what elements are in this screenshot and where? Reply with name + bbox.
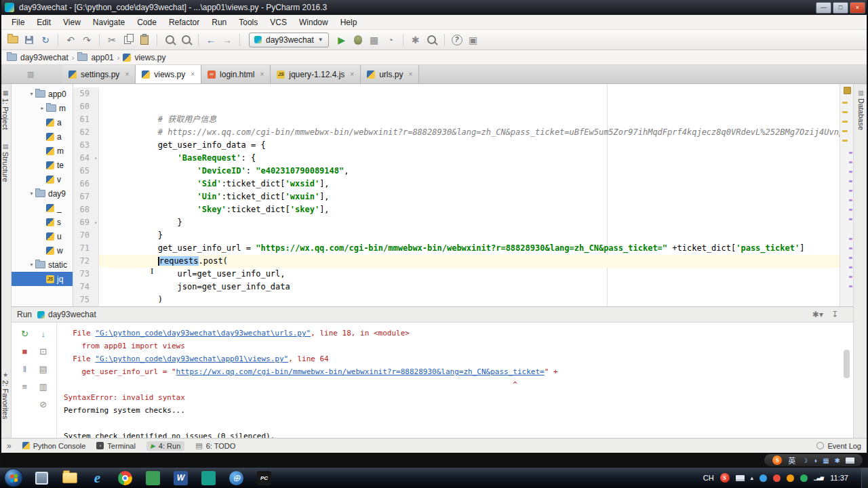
stripe-mark[interactable]	[842, 140, 848, 142]
code-line-67[interactable]: 67 'Uin':ticket_dict['wxuin'],	[73, 190, 840, 203]
hide-panel-icon[interactable]: ↧	[831, 310, 838, 319]
taskbar-app-app-green[interactable]	[145, 470, 161, 486]
code-line-75[interactable]: 75 )	[73, 293, 840, 306]
sogou-tray-icon[interactable]: S	[720, 473, 730, 483]
tab-close-icon[interactable]: ×	[409, 70, 413, 78]
project-panel[interactable]: ▾app0▸maamtev▾day9_suw▾staticJSjq	[12, 84, 73, 306]
code-editor[interactable]: 596061 # 获取用户信息62 # https://wx.qq.com/cg…	[73, 84, 840, 306]
star-icon[interactable]: ✱	[835, 457, 840, 464]
code-line-71[interactable]: 71 get_user_info_url = "https://wx.qq.co…	[73, 242, 840, 255]
tab-close-icon[interactable]: ×	[125, 70, 129, 78]
input-mode-label[interactable]: 英	[788, 455, 795, 466]
code-line-60[interactable]: 60	[73, 100, 840, 113]
gear-icon[interactable]: ✱▾	[812, 310, 823, 319]
code-line-73[interactable]: 73 url=get_user_info_url,	[73, 268, 840, 281]
taskbar-app-utility[interactable]	[34, 470, 50, 486]
arrow-tray-icon[interactable]: ▴	[751, 474, 754, 481]
tab-close-icon[interactable]: ×	[191, 70, 195, 78]
breadcrumb-views.py[interactable]: views.py	[123, 53, 165, 62]
tool-window-button-Python Console[interactable]: Python Console	[22, 442, 86, 450]
stop-button[interactable]: ■	[19, 346, 30, 357]
code-line-62[interactable]: 62 # https://wx.qq.com/cgi-bin/mmwebwx-b…	[73, 126, 840, 139]
stripe-mark[interactable]	[842, 111, 848, 113]
menu-window[interactable]: Window	[293, 16, 334, 28]
coverage-icon[interactable]: ▦	[367, 33, 382, 47]
code-line-68[interactable]: 68 'Skey':ticket_dict['skey'],	[73, 203, 840, 216]
tree-item-app0[interactable]: ▾app0	[12, 87, 73, 101]
taskbar-app-app-teal[interactable]	[201, 470, 216, 486]
show-desktop-button[interactable]	[861, 468, 868, 488]
stripe-mark[interactable]	[849, 152, 852, 154]
tool-stripe-2: Favorites[interactable]: ★2: Favorites	[1, 371, 9, 419]
stripe-mark[interactable]	[849, 238, 852, 240]
tool-stripe-Database[interactable]: ▥Database	[857, 89, 865, 130]
restore-button[interactable]: ⊡	[38, 346, 49, 357]
stripe-mark[interactable]	[842, 102, 848, 104]
stripe-mark[interactable]	[849, 209, 852, 211]
stripe-mark[interactable]	[849, 180, 852, 182]
green-tray-icon[interactable]	[800, 474, 808, 482]
sogou-input-bar[interactable]: S 英 ☽◑▦✱	[764, 454, 863, 466]
orange-tray-icon[interactable]	[787, 474, 794, 482]
tree-arrow-icon[interactable]: ▸	[39, 105, 46, 111]
stripe-mark[interactable]	[849, 218, 852, 220]
tree-arrow-icon[interactable]: ▾	[28, 190, 35, 197]
clock[interactable]: 11:37	[830, 474, 848, 482]
menu-tools[interactable]: Tools	[233, 16, 264, 28]
tool-stripe-1: Project[interactable]: ▦1: Project	[1, 89, 9, 129]
tool-stripe-Structure[interactable]: ▤Structure	[1, 143, 9, 182]
blue-tray-icon[interactable]	[760, 474, 767, 482]
run-console[interactable]: File "G:\python_code\day93wechat\day93we…	[57, 323, 853, 438]
fold-marker[interactable]: ▴	[93, 152, 99, 165]
event-log-button[interactable]: Event Log	[816, 442, 861, 450]
options-button[interactable]: ≡	[19, 381, 30, 392]
plugins-icon[interactable]: ▣	[466, 33, 481, 47]
debug-icon[interactable]	[351, 33, 366, 47]
breadcrumb-day93wechat[interactable]: day93wechat	[7, 53, 68, 62]
menu-vcs[interactable]: VCS	[264, 16, 293, 28]
save-icon[interactable]	[22, 33, 37, 47]
error-stripe[interactable]	[840, 84, 853, 306]
profiler-icon[interactable]: ◔	[383, 33, 398, 47]
paste-icon[interactable]	[137, 33, 152, 47]
stripe-mark[interactable]	[849, 161, 852, 163]
search-icon[interactable]	[425, 33, 439, 47]
taskbar-app-explorer[interactable]	[62, 470, 77, 486]
undo-icon[interactable]: ↶	[63, 33, 78, 47]
tree-item-day9[interactable]: ▾day9	[12, 186, 73, 201]
menu-navigate[interactable]: Navigate	[87, 16, 131, 28]
console-scrollbar[interactable]	[844, 350, 850, 378]
red-tray-icon[interactable]	[773, 474, 781, 482]
copy-icon[interactable]	[121, 33, 136, 47]
code-line-72[interactable]: 72 requests.post(	[73, 255, 840, 268]
tab-settings.py[interactable]: settings.py×	[62, 65, 136, 83]
menu-code[interactable]: Code	[131, 16, 163, 28]
net-tray-icon[interactable]: ▁▃▅	[814, 475, 823, 481]
tree-item-a[interactable]: a	[12, 129, 73, 144]
menu-file[interactable]: File	[5, 16, 31, 28]
code-line-64[interactable]: 64▴ 'BaseRequest': {	[73, 152, 840, 165]
tree-item-m[interactable]: m	[12, 144, 73, 158]
synchronize-icon[interactable]: ↻	[38, 33, 53, 47]
tool-window-button-6: TODO[interactable]: ▤6: TODO	[195, 441, 235, 450]
stripe-mark[interactable]	[842, 121, 848, 123]
find-icon[interactable]	[162, 33, 177, 47]
stripe-mark[interactable]	[849, 199, 852, 201]
stripe-mark[interactable]	[849, 247, 852, 249]
code-line-69[interactable]: 69▴ }	[73, 216, 840, 229]
tree-item-m[interactable]: ▸m	[12, 101, 73, 115]
minimize-button[interactable]: —	[816, 2, 831, 14]
editor-tabs-options-icon[interactable]: ▥	[27, 70, 34, 79]
menu-edit[interactable]: Edit	[31, 16, 57, 28]
code-line-74[interactable]: 74 json=get_user_info_data	[73, 281, 840, 293]
rerun-button[interactable]: ↻	[19, 328, 30, 339]
tree-item-static[interactable]: ▾static	[12, 258, 73, 272]
pause-button[interactable]: ‖	[19, 363, 30, 374]
stripe-mark[interactable]	[849, 190, 852, 192]
taskbar-app-globe[interactable]: ⊕	[229, 470, 244, 486]
code-line-63[interactable]: 63 get_user_info_data = {	[73, 139, 840, 152]
taskbar-app-pc[interactable]: PC	[256, 470, 272, 486]
stripe-mark[interactable]	[849, 276, 852, 278]
start-button[interactable]	[4, 468, 23, 487]
tree-item-a[interactable]: a	[12, 115, 73, 129]
